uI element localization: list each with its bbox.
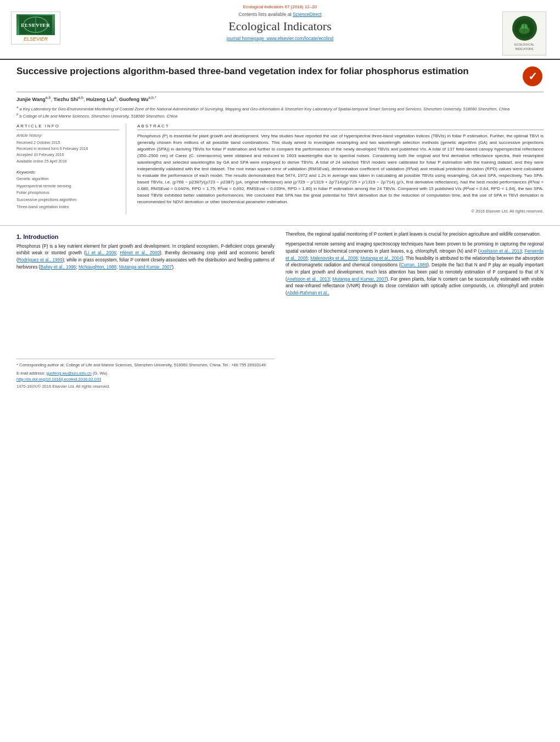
eco-logo-inner: ECOLOGICAL INDICATORS <box>512 16 537 51</box>
author-tiezhu: Tiezhu Shi <box>53 97 78 102</box>
corresponding-author-note: * Corresponding author at: College of Li… <box>16 362 275 368</box>
keywords-list: Genetic algorithm Hyperspectral remote s… <box>16 176 119 211</box>
article-info-block: Article history: Received 2 October 2015… <box>16 133 119 164</box>
keyword-5: Three-band vegetation index <box>16 204 119 211</box>
keyword-3: Foliar phosphorus <box>16 189 119 197</box>
keyword-4: Successive projections algorithm <box>16 197 119 204</box>
keyword-1: Genetic algorithm <box>16 176 119 183</box>
affiliation-b: b b College of Life and Marine Sciences,… <box>16 112 544 119</box>
intro-para-right-1: Therefore, the regional spatial monitori… <box>285 231 544 238</box>
date-online: Available online 25 April 2016 <box>16 158 119 164</box>
keywords-block: Keywords: Genetic algorithm Hyperspectra… <box>16 170 119 211</box>
abstract-text: Phosphorus (P) is essential for plant gr… <box>137 133 544 205</box>
eco-logo-circle <box>512 16 537 41</box>
two-col-body: 1. Introduction Phosphorus (P) is a key … <box>16 231 544 390</box>
eco-logo: ECOLOGICAL INDICATORS <box>502 12 546 55</box>
article-doi-link[interactable]: http://dx.doi.org/10.1016/j.ecolind.2016… <box>16 377 101 382</box>
crossmark-circle: ✓ <box>523 66 542 86</box>
section-divider <box>0 225 560 226</box>
date-revised: Received in revised form 6 February 2016 <box>16 146 119 152</box>
journal-top-bar: ELSEVIER ELSEVIER Contents lists availab… <box>11 12 549 55</box>
author-guofeng: Guofeng Wu <box>119 97 148 102</box>
elsevier-text: ELSEVIER <box>24 36 48 42</box>
article-info-label: ARTICLE INFO <box>16 124 119 130</box>
affiliations: a a Key Laboratory for Geo-Environmental… <box>16 105 544 119</box>
date-accepted: Accepted 10 February 2016 <box>16 152 119 158</box>
svg-text:ELSEVIER: ELSEVIER <box>21 23 51 28</box>
page-wrapper: Ecological Indicators 67 (2016) 12–20 EL… <box>0 0 560 395</box>
article-title: Successive projections algorithm-based t… <box>16 65 516 77</box>
date-received: Received 2 October 2015 <box>16 140 119 146</box>
doi-bar-text: Ecological Indicators 67 (2016) 12–20 <box>243 4 317 9</box>
ref-abdelrahman[interactable]: Abdel-Rahman et al., <box>287 291 329 295</box>
abstract-label: ABSTRACT <box>137 124 544 130</box>
article-info-col: ARTICLE INFO Article history: Received 2… <box>16 124 126 214</box>
ref-li2006[interactable]: Li et al., 2006 <box>86 250 116 255</box>
author-junjie: Junjie Wang <box>16 97 46 102</box>
ref-curran1989[interactable]: Curran, 1989 <box>401 263 427 267</box>
article-title-section: Successive projections algorithm-based t… <box>16 65 544 92</box>
svg-text:✓: ✓ <box>528 70 537 82</box>
ref-hlenet2000[interactable]: Hlénet et al., 2000 <box>120 250 160 255</box>
ref-axelsson2013b[interactable]: Axelsson et al., 2013 <box>287 277 330 282</box>
authors-line: Junjie Wanga,b, Tiezhu Shia,b, Huizeng L… <box>16 96 544 102</box>
journal-center: Contents lists available at ScienceDirec… <box>60 12 500 41</box>
journal-right: ECOLOGICAL INDICATORS <box>500 12 549 55</box>
affiliation-a: a a Key Laboratory for Geo-Environmental… <box>16 105 544 112</box>
sciencedirect-link[interactable]: ScienceDirect <box>293 12 321 17</box>
author-huizeng: Huizeng Liu <box>86 97 114 102</box>
email-line: E-mail address: guofeng.wu@szu.edu.cn (G… <box>16 370 275 376</box>
ref-bailey1996[interactable]: Bailey et al., 1996 <box>40 265 76 270</box>
keywords-heading: Keywords: <box>16 170 119 175</box>
body-left: 1. Introduction Phosphorus (P) is a key … <box>16 231 275 390</box>
eco-logo-text: ECOLOGICAL INDICATORS <box>514 43 534 51</box>
ref-malenovsky2006[interactable]: Malenovsky et al., 2006 <box>310 256 357 261</box>
homepage-line: journal homepage: www.elsevier.com/locat… <box>71 36 489 41</box>
crossmark-logo: ✓ <box>522 65 544 87</box>
intro-heading: 1. Introduction <box>16 233 275 240</box>
journal-title: Ecological Indicators <box>71 19 489 34</box>
two-col-section: ARTICLE INFO Article history: Received 2… <box>16 124 544 214</box>
body-right: Therefore, the regional spatial monitori… <box>285 231 544 390</box>
email-link[interactable]: guofeng.wu@szu.edu.cn <box>46 371 92 376</box>
article-dates: Received 2 October 2015 Received in revi… <box>16 140 119 164</box>
article-content: Successive projections algorithm-based t… <box>0 60 560 220</box>
footnote-section: * Corresponding author at: College of Li… <box>16 359 275 389</box>
homepage-link[interactable]: journal homepage: www.elsevier.com/locat… <box>227 36 334 41</box>
ref-axelsson2013[interactable]: Axelsson et al., 2013 <box>480 249 522 254</box>
article-issn: 1470-160X/© 2016 Elsevier Ltd. All right… <box>16 383 275 389</box>
ref-mutanga2007b[interactable]: Mutanga and Kumar, 2007 <box>333 277 387 282</box>
contents-line: Contents lists available at ScienceDirec… <box>71 12 489 17</box>
ref-rodriguez1999[interactable]: Rodríguez et al., 1999 <box>18 258 63 263</box>
body-section: 1. Introduction Phosphorus (P) is a key … <box>0 231 560 395</box>
abstract-col: ABSTRACT Phosphorus (P) is essential for… <box>137 124 544 214</box>
doi-link-line: http://dx.doi.org/10.1016/j.ecolind.2016… <box>16 376 275 382</box>
intro-para-1: Phosphorus (P) is a key nutrient element… <box>16 243 275 271</box>
keyword-2: Hyperspectral remote sensing <box>16 183 119 190</box>
article-history-heading: Article history: <box>16 133 119 138</box>
elsevier-logo-img: ELSEVIER <box>16 14 55 35</box>
intro-para-right-2: Hyperspectral remote sensing and imaging… <box>285 241 544 297</box>
elsevier-logo: ELSEVIER ELSEVIER <box>11 12 60 44</box>
journal-header: Ecological Indicators 67 (2016) 12–20 EL… <box>0 0 560 60</box>
ref-mutanga2007[interactable]: Mutanga and Kumar, 2007 <box>119 265 172 270</box>
abstract-copyright: © 2016 Elsevier Ltd. All rights reserved… <box>137 209 544 214</box>
ref-mcnaughton1988[interactable]: McNaughton, 1988 <box>79 265 116 270</box>
ref-mutanga2004[interactable]: Mutanga et al., 2004 <box>360 256 401 261</box>
